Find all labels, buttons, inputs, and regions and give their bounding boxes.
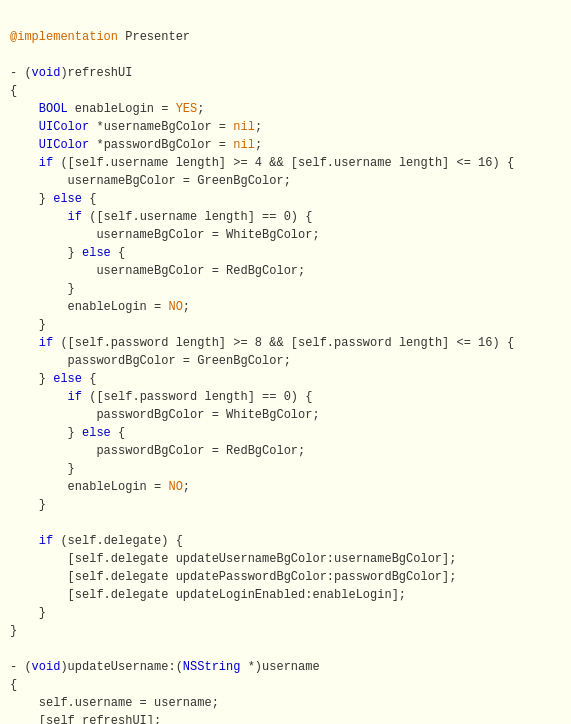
code-editor: @implementation Presenter - (void)refres… [10, 10, 561, 724]
line-10: } else { [10, 192, 96, 206]
line-26: enableLogin = NO; [10, 480, 190, 494]
line-8: if ([self.username length] >= 4 && [self… [10, 156, 514, 170]
line-19: passwordBgColor = GreenBgColor; [10, 354, 291, 368]
line-9: usernameBgColor = GreenBgColor; [10, 174, 291, 188]
line-29: if (self.delegate) { [10, 534, 183, 548]
line-17: } [10, 318, 46, 332]
line-34: } [10, 624, 17, 638]
line-36: - (void)updateUsername:(NSString *)usern… [10, 660, 320, 674]
line-1: @implementation Presenter [10, 30, 190, 44]
line-12: usernameBgColor = WhiteBgColor; [10, 228, 320, 242]
line-31: [self.delegate updatePasswordBgColor:pas… [10, 570, 456, 584]
line-18: if ([self.password length] >= 8 && [self… [10, 336, 514, 350]
line-13: } else { [10, 246, 125, 260]
line-4: { [10, 84, 17, 98]
line-14: usernameBgColor = RedBgColor; [10, 264, 305, 278]
line-37: { [10, 678, 17, 692]
line-3: - (void)refreshUI [10, 66, 132, 80]
line-7: UIColor *passwordBgColor = nil; [10, 138, 262, 152]
line-11: if ([self.username length] == 0) { [10, 210, 312, 224]
line-30: [self.delegate updateUsernameBgColor:use… [10, 552, 456, 566]
line-6: UIColor *usernameBgColor = nil; [10, 120, 262, 134]
line-24: passwordBgColor = RedBgColor; [10, 444, 305, 458]
line-15: } [10, 282, 75, 296]
line-32: [self.delegate updateLoginEnabled:enable… [10, 588, 406, 602]
line-23: } else { [10, 426, 125, 440]
line-20: } else { [10, 372, 96, 386]
line-5: BOOL enableLogin = YES; [10, 102, 204, 116]
line-21: if ([self.password length] == 0) { [10, 390, 312, 404]
line-39: [self refreshUI]; [10, 714, 161, 724]
line-22: passwordBgColor = WhiteBgColor; [10, 408, 320, 422]
line-33: } [10, 606, 46, 620]
line-16: enableLogin = NO; [10, 300, 190, 314]
line-25: } [10, 462, 75, 476]
line-38: self.username = username; [10, 696, 219, 710]
line-27: } [10, 498, 46, 512]
